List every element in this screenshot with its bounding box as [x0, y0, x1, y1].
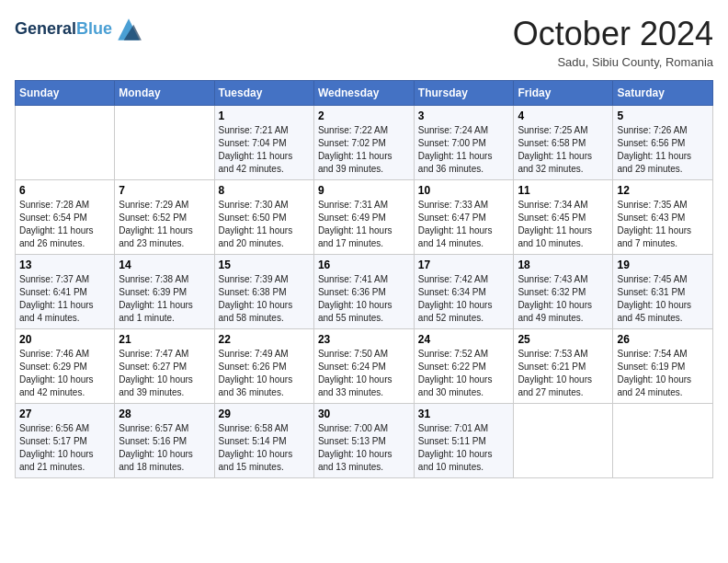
- day-info: Sunrise: 7:39 AMSunset: 6:38 PMDaylight:…: [219, 273, 310, 325]
- day-number: 23: [318, 333, 410, 346]
- calendar-cell: 18Sunrise: 7:43 AMSunset: 6:32 PMDayligh…: [514, 255, 613, 329]
- day-info: Sunrise: 7:43 AMSunset: 6:32 PMDaylight:…: [518, 273, 609, 325]
- day-number: 17: [418, 259, 510, 271]
- weekday-header: Friday: [514, 81, 613, 106]
- calendar-cell: 5Sunrise: 7:26 AMSunset: 6:56 PMDaylight…: [613, 106, 713, 180]
- day-info: Sunrise: 7:52 AMSunset: 6:22 PMDaylight:…: [418, 348, 510, 399]
- day-number: 21: [119, 333, 210, 346]
- day-number: 14: [119, 259, 210, 271]
- day-number: 28: [119, 408, 210, 420]
- day-number: 26: [617, 333, 709, 346]
- calendar-cell: 1Sunrise: 7:21 AMSunset: 7:04 PMDaylight…: [214, 106, 313, 180]
- weekday-header: Monday: [115, 81, 214, 106]
- day-info: Sunrise: 7:26 AMSunset: 6:56 PMDaylight:…: [617, 124, 709, 176]
- day-number: 9: [318, 184, 410, 197]
- day-info: Sunrise: 7:21 AMSunset: 7:04 PMDaylight:…: [219, 124, 310, 176]
- day-number: 29: [219, 408, 310, 420]
- day-info: Sunrise: 6:57 AMSunset: 5:16 PMDaylight:…: [119, 422, 210, 474]
- day-info: Sunrise: 7:31 AMSunset: 6:49 PMDaylight:…: [318, 199, 410, 250]
- calendar-cell: [613, 404, 713, 478]
- calendar-cell: 28Sunrise: 6:57 AMSunset: 5:16 PMDayligh…: [115, 404, 214, 478]
- calendar-cell: 17Sunrise: 7:42 AMSunset: 6:34 PMDayligh…: [414, 255, 514, 329]
- calendar-cell: [115, 106, 214, 180]
- calendar-cell: 14Sunrise: 7:38 AMSunset: 6:39 PMDayligh…: [115, 255, 214, 329]
- day-number: 4: [518, 109, 609, 122]
- weekday-header: Tuesday: [214, 81, 313, 106]
- day-info: Sunrise: 7:47 AMSunset: 6:27 PMDaylight:…: [119, 348, 210, 399]
- month-title: October 2024: [513, 15, 713, 53]
- day-info: Sunrise: 7:22 AMSunset: 7:02 PMDaylight:…: [318, 124, 410, 176]
- calendar-cell: 6Sunrise: 7:28 AMSunset: 6:54 PMDaylight…: [16, 180, 115, 255]
- calendar-cell: 19Sunrise: 7:45 AMSunset: 6:31 PMDayligh…: [613, 255, 713, 329]
- calendar-cell: 12Sunrise: 7:35 AMSunset: 6:43 PMDayligh…: [613, 180, 713, 255]
- calendar-cell: 7Sunrise: 7:29 AMSunset: 6:52 PMDaylight…: [115, 180, 214, 255]
- day-info: Sunrise: 7:49 AMSunset: 6:26 PMDaylight:…: [219, 348, 310, 399]
- day-info: Sunrise: 7:28 AMSunset: 6:54 PMDaylight:…: [19, 199, 110, 250]
- calendar-cell: 30Sunrise: 7:00 AMSunset: 5:13 PMDayligh…: [313, 404, 414, 478]
- calendar-cell: 8Sunrise: 7:30 AMSunset: 6:50 PMDaylight…: [214, 180, 313, 255]
- calendar-cell: 3Sunrise: 7:24 AMSunset: 7:00 PMDaylight…: [414, 106, 514, 180]
- day-info: Sunrise: 7:46 AMSunset: 6:29 PMDaylight:…: [19, 348, 110, 399]
- day-number: 10: [418, 184, 510, 197]
- day-number: 1: [219, 109, 310, 122]
- day-number: 25: [518, 333, 609, 346]
- calendar-cell: 2Sunrise: 7:22 AMSunset: 7:02 PMDaylight…: [313, 106, 414, 180]
- calendar-cell: 23Sunrise: 7:50 AMSunset: 6:24 PMDayligh…: [313, 329, 414, 404]
- day-number: 5: [617, 109, 709, 122]
- page-header: GeneralBlue October 2024 Sadu, Sibiu Cou…: [15, 15, 713, 69]
- day-number: 22: [219, 333, 310, 346]
- weekday-header: Wednesday: [313, 81, 414, 106]
- day-info: Sunrise: 7:38 AMSunset: 6:39 PMDaylight:…: [119, 273, 210, 325]
- day-number: 15: [219, 259, 310, 271]
- day-info: Sunrise: 7:54 AMSunset: 6:19 PMDaylight:…: [617, 348, 709, 399]
- calendar-week-row: 13Sunrise: 7:37 AMSunset: 6:41 PMDayligh…: [16, 255, 713, 329]
- day-number: 24: [418, 333, 510, 346]
- day-info: Sunrise: 7:34 AMSunset: 6:45 PMDaylight:…: [518, 199, 609, 250]
- day-info: Sunrise: 7:29 AMSunset: 6:52 PMDaylight:…: [119, 199, 210, 250]
- title-block: October 2024 Sadu, Sibiu County, Romania: [513, 15, 713, 69]
- location: Sadu, Sibiu County, Romania: [513, 55, 713, 69]
- calendar-week-row: 27Sunrise: 6:56 AMSunset: 5:17 PMDayligh…: [16, 404, 713, 478]
- calendar-week-row: 1Sunrise: 7:21 AMSunset: 7:04 PMDaylight…: [16, 106, 713, 180]
- calendar-cell: 11Sunrise: 7:34 AMSunset: 6:45 PMDayligh…: [514, 180, 613, 255]
- day-number: 13: [19, 259, 110, 271]
- calendar-cell: 20Sunrise: 7:46 AMSunset: 6:29 PMDayligh…: [16, 329, 115, 404]
- day-number: 16: [318, 259, 410, 271]
- day-number: 19: [617, 259, 709, 271]
- weekday-header: Thursday: [414, 81, 514, 106]
- day-number: 12: [617, 184, 709, 197]
- day-number: 6: [19, 184, 110, 197]
- day-info: Sunrise: 7:33 AMSunset: 6:47 PMDaylight:…: [418, 199, 510, 250]
- calendar-cell: 24Sunrise: 7:52 AMSunset: 6:22 PMDayligh…: [414, 329, 514, 404]
- day-number: 8: [219, 184, 310, 197]
- calendar-cell: 26Sunrise: 7:54 AMSunset: 6:19 PMDayligh…: [613, 329, 713, 404]
- calendar-cell: 29Sunrise: 6:58 AMSunset: 5:14 PMDayligh…: [214, 404, 313, 478]
- logo-text: GeneralBlue: [15, 19, 112, 40]
- day-info: Sunrise: 7:25 AMSunset: 6:58 PMDaylight:…: [518, 124, 609, 176]
- day-info: Sunrise: 7:37 AMSunset: 6:41 PMDaylight:…: [19, 273, 110, 325]
- day-info: Sunrise: 7:24 AMSunset: 7:00 PMDaylight:…: [418, 124, 510, 176]
- day-number: 30: [318, 408, 410, 420]
- calendar-cell: 25Sunrise: 7:53 AMSunset: 6:21 PMDayligh…: [514, 329, 613, 404]
- calendar-cell: 10Sunrise: 7:33 AMSunset: 6:47 PMDayligh…: [414, 180, 514, 255]
- day-info: Sunrise: 7:01 AMSunset: 5:11 PMDaylight:…: [418, 422, 510, 474]
- logo-icon: [114, 15, 143, 44]
- day-number: 11: [518, 184, 609, 197]
- day-info: Sunrise: 7:00 AMSunset: 5:13 PMDaylight:…: [318, 422, 410, 474]
- day-number: 27: [19, 408, 110, 420]
- day-info: Sunrise: 7:35 AMSunset: 6:43 PMDaylight:…: [617, 199, 709, 250]
- day-info: Sunrise: 7:42 AMSunset: 6:34 PMDaylight:…: [418, 273, 510, 325]
- day-info: Sunrise: 6:58 AMSunset: 5:14 PMDaylight:…: [219, 422, 310, 474]
- calendar-cell: 15Sunrise: 7:39 AMSunset: 6:38 PMDayligh…: [214, 255, 313, 329]
- calendar-table: SundayMondayTuesdayWednesdayThursdayFrid…: [15, 80, 713, 478]
- weekday-header: Sunday: [16, 81, 115, 106]
- day-info: Sunrise: 6:56 AMSunset: 5:17 PMDaylight:…: [19, 422, 110, 474]
- day-number: 3: [418, 109, 510, 122]
- day-number: 7: [119, 184, 210, 197]
- calendar-cell: 21Sunrise: 7:47 AMSunset: 6:27 PMDayligh…: [115, 329, 214, 404]
- calendar-cell: 4Sunrise: 7:25 AMSunset: 6:58 PMDaylight…: [514, 106, 613, 180]
- logo: GeneralBlue: [15, 15, 143, 44]
- calendar-cell: 13Sunrise: 7:37 AMSunset: 6:41 PMDayligh…: [16, 255, 115, 329]
- calendar-cell: [514, 404, 613, 478]
- day-info: Sunrise: 7:41 AMSunset: 6:36 PMDaylight:…: [318, 273, 410, 325]
